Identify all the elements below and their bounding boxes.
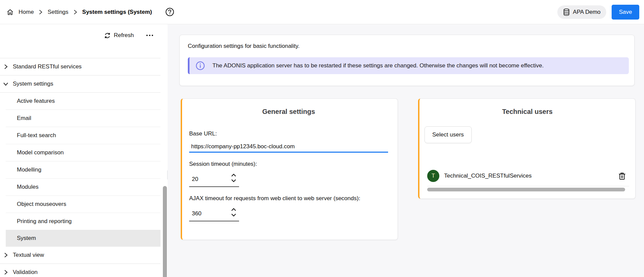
- session-timeout-input[interactable]: [189, 176, 223, 183]
- tree-item-full-text-search[interactable]: Full-text search: [0, 127, 160, 144]
- refresh-button[interactable]: Refresh: [104, 32, 134, 39]
- stepper-up-icon[interactable]: [231, 173, 236, 177]
- save-button[interactable]: Save: [612, 5, 639, 20]
- section-description: Configuration settings for basic functio…: [188, 42, 629, 50]
- info-icon: [196, 61, 205, 70]
- chevron-right-icon: [3, 64, 9, 69]
- app-window: Home Settings System settings (System): [0, 0, 644, 277]
- refresh-icon: [104, 32, 111, 39]
- tree-item-label: Email: [17, 115, 31, 122]
- more-options-icon[interactable]: [146, 34, 153, 36]
- card-title: Technical users: [419, 107, 635, 116]
- tree-item-label: Validation: [13, 269, 37, 276]
- base-url-field-wrap: [189, 141, 388, 153]
- repository-badge-label: APA Demo: [573, 9, 601, 16]
- ajax-timeout-field-wrap: [189, 207, 239, 221]
- ajax-timeout-label: AJAX timeout for requests from web clien…: [189, 195, 388, 202]
- intro-card: Configuration settings for basic functio…: [179, 35, 635, 86]
- vertical-scrollbar-thumb[interactable]: [163, 186, 167, 277]
- breadcrumb: Home Settings System settings (System): [0, 7, 174, 17]
- stepper-up-icon[interactable]: [231, 208, 236, 211]
- session-timeout-field-wrap: [189, 172, 239, 187]
- number-stepper: [231, 173, 236, 182]
- tree-item-label: Full-text search: [17, 132, 56, 139]
- horizontal-scrollbar-thumb[interactable]: [427, 188, 625, 191]
- tree-item-modelling[interactable]: Modelling: [0, 161, 160, 178]
- tree-item-label: Modelling: [17, 166, 41, 173]
- chevron-down-icon: [3, 81, 9, 87]
- base-url-input[interactable]: [189, 143, 388, 150]
- tree-item-label: Object mouseovers: [17, 201, 66, 208]
- tree-item-label: Model comparison: [17, 149, 64, 156]
- header-actions: APA Demo Save: [557, 5, 644, 20]
- main-content: Configuration settings for basic functio…: [168, 24, 644, 277]
- tree-item-model-comparison[interactable]: Model comparison: [0, 144, 160, 161]
- chevron-right-icon: [3, 252, 9, 258]
- divider: [427, 186, 629, 186]
- card-title: General settings: [189, 107, 388, 116]
- tree-item-email[interactable]: Email: [0, 110, 160, 127]
- help-icon[interactable]: [165, 7, 174, 17]
- tree-item-modules[interactable]: Modules: [0, 179, 160, 195]
- top-bar: Home Settings System settings (System): [0, 0, 644, 24]
- refresh-label: Refresh: [114, 32, 134, 39]
- tree-item-label: Standard RESTful services: [13, 63, 82, 70]
- session-timeout-label: Session timeout (minutes):: [189, 161, 388, 167]
- user-name: Technical_COIS_RESTfulServices: [444, 173, 532, 179]
- sidebar: Refresh Standard RESTful services: [0, 24, 168, 277]
- info-banner: The ADONIS application server has to be …: [188, 57, 629, 74]
- sidebar-toolbar: Refresh: [0, 32, 168, 39]
- tree-item-standard-restful-services[interactable]: Standard RESTful services: [0, 58, 160, 75]
- settings-tree: Standard RESTful services System setting…: [0, 58, 160, 277]
- number-stepper: [231, 208, 236, 217]
- tree-item-validation[interactable]: Validation: [0, 264, 160, 277]
- info-banner-text: The ADONIS application server has to be …: [212, 62, 544, 69]
- tree-item-label: Active features: [17, 98, 55, 104]
- breadcrumb-current: System settings (System): [82, 9, 152, 16]
- chevron-right-icon: [74, 9, 77, 15]
- tree-item-textual-view[interactable]: Textual view: [0, 247, 160, 264]
- repository-badge[interactable]: APA Demo: [557, 5, 606, 19]
- tree-item-label: Modules: [17, 184, 38, 190]
- general-settings-card: General settings Base URL: Session timeo…: [181, 98, 398, 240]
- technical-users-card: Technical users Select users T Technical…: [418, 98, 636, 199]
- tree-item-system-settings[interactable]: System settings: [0, 75, 160, 92]
- tree-item-label: Printing and reporting: [17, 218, 72, 225]
- select-users-button[interactable]: Select users: [425, 126, 472, 143]
- chevron-right-icon: [3, 270, 9, 275]
- tree-item-active-features[interactable]: Active features: [0, 93, 160, 110]
- tree-item-label: System settings: [13, 81, 53, 87]
- base-url-label: Base URL:: [189, 130, 388, 137]
- breadcrumb-home[interactable]: Home: [19, 9, 34, 16]
- user-list-item: T Technical_COIS_RESTfulServices: [419, 170, 635, 182]
- chevron-right-icon: [39, 9, 42, 15]
- user-avatar: T: [427, 170, 439, 182]
- tree-item-printing-and-reporting[interactable]: Printing and reporting: [0, 213, 160, 230]
- stepper-down-icon[interactable]: [231, 213, 236, 217]
- tree-item-label: Textual view: [13, 252, 44, 258]
- breadcrumb-settings[interactable]: Settings: [48, 9, 68, 16]
- database-icon: [563, 8, 570, 16]
- stepper-down-icon[interactable]: [231, 179, 236, 182]
- tree-item-object-mouseovers[interactable]: Object mouseovers: [0, 196, 160, 213]
- home-icon: [7, 9, 13, 16]
- delete-user-button[interactable]: [618, 172, 626, 180]
- tree-item-label: System: [17, 235, 36, 242]
- tree-item-system[interactable]: System: [6, 230, 160, 247]
- ajax-timeout-input[interactable]: [189, 210, 223, 217]
